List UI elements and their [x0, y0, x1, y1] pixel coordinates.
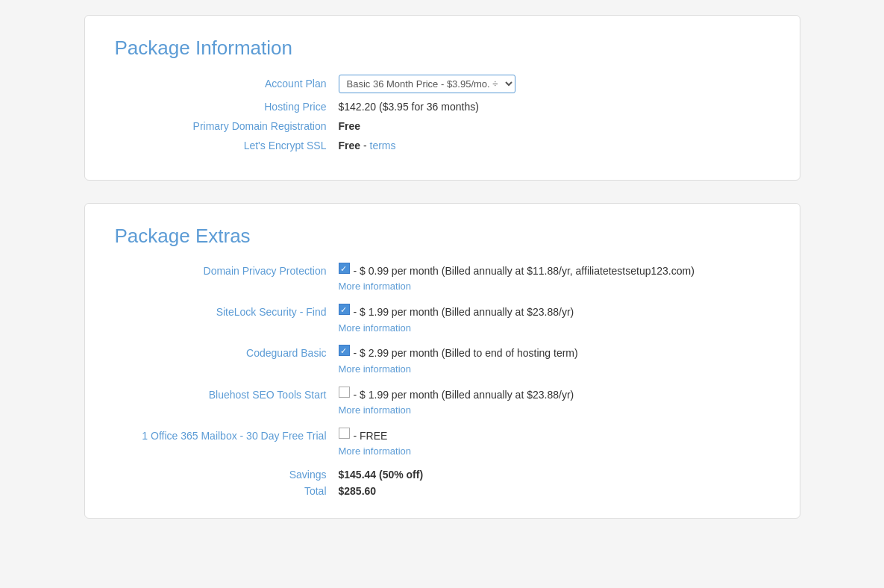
- primary-domain-row: Primary Domain Registration Free: [115, 120, 770, 132]
- ssl-terms-link[interactable]: terms: [370, 140, 396, 151]
- seo-tools-more-info[interactable]: More information: [339, 403, 574, 419]
- sitelock-row: SiteLock Security - Find - $ 1.99 per mo…: [115, 304, 770, 336]
- sitelock-label: SiteLock Security - Find: [115, 304, 339, 320]
- office365-checkbox[interactable]: [339, 428, 350, 439]
- account-plan-value[interactable]: Basic 36 Month Price - $3.95/mo. ÷: [339, 75, 515, 93]
- sitelock-more-info[interactable]: More information: [339, 321, 574, 337]
- codeguard-row: Codeguard Basic - $ 2.99 per month (Bill…: [115, 345, 770, 377]
- office365-value: - FREE More information: [339, 428, 412, 460]
- primary-domain-label: Primary Domain Registration: [115, 120, 339, 132]
- seo-tools-label: Bluehost SEO Tools Start: [115, 387, 339, 403]
- domain-privacy-label: Domain Privacy Protection: [115, 263, 339, 279]
- office365-description: - FREE: [354, 428, 388, 444]
- ssl-value: Free - terms: [339, 140, 396, 151]
- total-value: $285.60: [339, 485, 377, 497]
- savings-value: $145.44 (50% off): [339, 469, 424, 481]
- seo-tools-row: Bluehost SEO Tools Start - $ 1.99 per mo…: [115, 387, 770, 419]
- office365-label: 1 Office 365 Mailbox - 30 Day Free Trial: [115, 428, 339, 444]
- account-plan-label: Account Plan: [115, 78, 339, 90]
- office365-row: 1 Office 365 Mailbox - 30 Day Free Trial…: [115, 428, 770, 460]
- domain-privacy-more-info[interactable]: More information: [339, 279, 695, 295]
- ssl-label: Let's Encrypt SSL: [115, 140, 339, 151]
- codeguard-value: - $ 2.99 per month (Billed to end of hos…: [339, 345, 578, 377]
- domain-privacy-checkbox[interactable]: [339, 263, 350, 274]
- primary-domain-value: Free: [339, 120, 361, 132]
- domain-privacy-description: - $ 0.99 per month (Billed annually at $…: [354, 263, 695, 279]
- office365-more-info[interactable]: More information: [339, 444, 412, 460]
- codeguard-label: Codeguard Basic: [115, 345, 339, 361]
- sitelock-description: - $ 1.99 per month (Billed annually at $…: [354, 304, 574, 320]
- seo-tools-description: - $ 1.99 per month (Billed annually at $…: [354, 387, 574, 403]
- package-information-card: Package Information Account Plan Basic 3…: [84, 15, 800, 181]
- sitelock-value: - $ 1.99 per month (Billed annually at $…: [339, 304, 574, 336]
- hosting-price-row: Hosting Price $142.20 ($3.95 for 36 mont…: [115, 101, 770, 113]
- codeguard-description: - $ 2.99 per month (Billed to end of hos…: [354, 345, 578, 361]
- savings-label: Savings: [115, 469, 339, 481]
- ssl-row: Let's Encrypt SSL Free - terms: [115, 140, 770, 151]
- savings-row: Savings $145.44 (50% off): [115, 469, 770, 481]
- package-extras-card: Package Extras Domain Privacy Protection…: [84, 203, 800, 519]
- seo-tools-checkbox[interactable]: [339, 387, 350, 398]
- package-info-title: Package Information: [115, 37, 770, 60]
- account-plan-row: Account Plan Basic 36 Month Price - $3.9…: [115, 75, 770, 93]
- domain-privacy-row: Domain Privacy Protection - $ 0.99 per m…: [115, 263, 770, 295]
- domain-privacy-value: - $ 0.99 per month (Billed annually at $…: [339, 263, 695, 295]
- codeguard-more-info[interactable]: More information: [339, 362, 578, 378]
- hosting-price-label: Hosting Price: [115, 101, 339, 113]
- seo-tools-value: - $ 1.99 per month (Billed annually at $…: [339, 387, 574, 419]
- codeguard-checkbox[interactable]: [339, 345, 350, 356]
- sitelock-checkbox[interactable]: [339, 304, 350, 315]
- package-extras-title: Package Extras: [115, 225, 770, 248]
- hosting-price-value: $142.20 ($3.95 for 36 months): [339, 101, 479, 113]
- account-plan-select[interactable]: Basic 36 Month Price - $3.95/mo. ÷: [339, 75, 515, 93]
- total-row: Total $285.60: [115, 485, 770, 497]
- total-label: Total: [115, 485, 339, 497]
